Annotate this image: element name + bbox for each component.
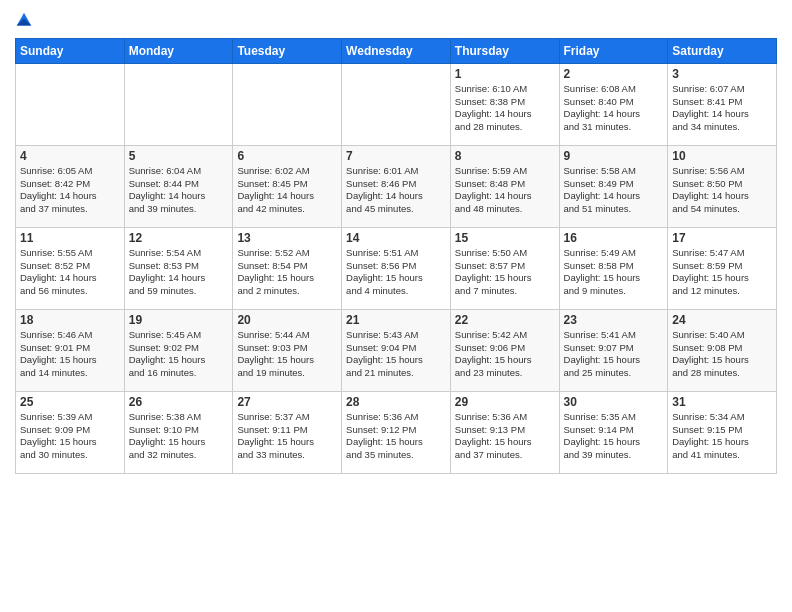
day-info: Sunrise: 5:56 AM Sunset: 8:50 PM Dayligh… [672, 165, 772, 216]
calendar-cell: 15Sunrise: 5:50 AM Sunset: 8:57 PM Dayli… [450, 227, 559, 309]
calendar-header-monday: Monday [124, 38, 233, 63]
calendar-header-sunday: Sunday [16, 38, 125, 63]
calendar-cell [16, 63, 125, 145]
day-info: Sunrise: 5:37 AM Sunset: 9:11 PM Dayligh… [237, 411, 337, 462]
day-info: Sunrise: 5:54 AM Sunset: 8:53 PM Dayligh… [129, 247, 229, 298]
day-info: Sunrise: 5:41 AM Sunset: 9:07 PM Dayligh… [564, 329, 664, 380]
calendar-cell: 28Sunrise: 5:36 AM Sunset: 9:12 PM Dayli… [342, 391, 451, 473]
day-number: 18 [20, 313, 120, 327]
day-info: Sunrise: 5:58 AM Sunset: 8:49 PM Dayligh… [564, 165, 664, 216]
day-info: Sunrise: 5:55 AM Sunset: 8:52 PM Dayligh… [20, 247, 120, 298]
calendar-cell: 22Sunrise: 5:42 AM Sunset: 9:06 PM Dayli… [450, 309, 559, 391]
calendar-cell: 30Sunrise: 5:35 AM Sunset: 9:14 PM Dayli… [559, 391, 668, 473]
day-number: 12 [129, 231, 229, 245]
day-info: Sunrise: 5:49 AM Sunset: 8:58 PM Dayligh… [564, 247, 664, 298]
day-info: Sunrise: 5:50 AM Sunset: 8:57 PM Dayligh… [455, 247, 555, 298]
day-number: 7 [346, 149, 446, 163]
calendar-cell: 23Sunrise: 5:41 AM Sunset: 9:07 PM Dayli… [559, 309, 668, 391]
calendar-cell: 3Sunrise: 6:07 AM Sunset: 8:41 PM Daylig… [668, 63, 777, 145]
calendar-cell: 19Sunrise: 5:45 AM Sunset: 9:02 PM Dayli… [124, 309, 233, 391]
day-number: 10 [672, 149, 772, 163]
calendar-cell: 9Sunrise: 5:58 AM Sunset: 8:49 PM Daylig… [559, 145, 668, 227]
calendar-week-4: 18Sunrise: 5:46 AM Sunset: 9:01 PM Dayli… [16, 309, 777, 391]
day-number: 15 [455, 231, 555, 245]
day-info: Sunrise: 5:39 AM Sunset: 9:09 PM Dayligh… [20, 411, 120, 462]
day-number: 20 [237, 313, 337, 327]
calendar-header-thursday: Thursday [450, 38, 559, 63]
calendar-cell: 25Sunrise: 5:39 AM Sunset: 9:09 PM Dayli… [16, 391, 125, 473]
calendar-week-3: 11Sunrise: 5:55 AM Sunset: 8:52 PM Dayli… [16, 227, 777, 309]
day-number: 23 [564, 313, 664, 327]
day-number: 9 [564, 149, 664, 163]
day-number: 30 [564, 395, 664, 409]
day-info: Sunrise: 5:59 AM Sunset: 8:48 PM Dayligh… [455, 165, 555, 216]
calendar-cell: 24Sunrise: 5:40 AM Sunset: 9:08 PM Dayli… [668, 309, 777, 391]
day-number: 25 [20, 395, 120, 409]
calendar-cell: 7Sunrise: 6:01 AM Sunset: 8:46 PM Daylig… [342, 145, 451, 227]
day-info: Sunrise: 6:04 AM Sunset: 8:44 PM Dayligh… [129, 165, 229, 216]
calendar-header-row: SundayMondayTuesdayWednesdayThursdayFrid… [16, 38, 777, 63]
calendar-cell: 26Sunrise: 5:38 AM Sunset: 9:10 PM Dayli… [124, 391, 233, 473]
calendar-cell: 21Sunrise: 5:43 AM Sunset: 9:04 PM Dayli… [342, 309, 451, 391]
day-info: Sunrise: 5:43 AM Sunset: 9:04 PM Dayligh… [346, 329, 446, 380]
calendar-cell: 27Sunrise: 5:37 AM Sunset: 9:11 PM Dayli… [233, 391, 342, 473]
day-info: Sunrise: 5:34 AM Sunset: 9:15 PM Dayligh… [672, 411, 772, 462]
day-info: Sunrise: 5:36 AM Sunset: 9:12 PM Dayligh… [346, 411, 446, 462]
day-number: 5 [129, 149, 229, 163]
day-number: 19 [129, 313, 229, 327]
calendar-cell: 4Sunrise: 6:05 AM Sunset: 8:42 PM Daylig… [16, 145, 125, 227]
day-info: Sunrise: 5:35 AM Sunset: 9:14 PM Dayligh… [564, 411, 664, 462]
calendar-cell: 10Sunrise: 5:56 AM Sunset: 8:50 PM Dayli… [668, 145, 777, 227]
day-number: 11 [20, 231, 120, 245]
calendar-header-tuesday: Tuesday [233, 38, 342, 63]
day-info: Sunrise: 5:51 AM Sunset: 8:56 PM Dayligh… [346, 247, 446, 298]
calendar-week-2: 4Sunrise: 6:05 AM Sunset: 8:42 PM Daylig… [16, 145, 777, 227]
header [15, 10, 777, 30]
calendar-cell: 16Sunrise: 5:49 AM Sunset: 8:58 PM Dayli… [559, 227, 668, 309]
day-number: 21 [346, 313, 446, 327]
day-info: Sunrise: 6:07 AM Sunset: 8:41 PM Dayligh… [672, 83, 772, 134]
day-number: 22 [455, 313, 555, 327]
calendar-cell: 11Sunrise: 5:55 AM Sunset: 8:52 PM Dayli… [16, 227, 125, 309]
day-number: 17 [672, 231, 772, 245]
calendar-week-1: 1Sunrise: 6:10 AM Sunset: 8:38 PM Daylig… [16, 63, 777, 145]
calendar-cell: 8Sunrise: 5:59 AM Sunset: 8:48 PM Daylig… [450, 145, 559, 227]
day-info: Sunrise: 5:42 AM Sunset: 9:06 PM Dayligh… [455, 329, 555, 380]
day-info: Sunrise: 6:10 AM Sunset: 8:38 PM Dayligh… [455, 83, 555, 134]
calendar-cell: 5Sunrise: 6:04 AM Sunset: 8:44 PM Daylig… [124, 145, 233, 227]
day-number: 16 [564, 231, 664, 245]
calendar-cell: 12Sunrise: 5:54 AM Sunset: 8:53 PM Dayli… [124, 227, 233, 309]
day-info: Sunrise: 5:44 AM Sunset: 9:03 PM Dayligh… [237, 329, 337, 380]
day-number: 31 [672, 395, 772, 409]
day-info: Sunrise: 6:05 AM Sunset: 8:42 PM Dayligh… [20, 165, 120, 216]
calendar-cell: 13Sunrise: 5:52 AM Sunset: 8:54 PM Dayli… [233, 227, 342, 309]
calendar-cell: 14Sunrise: 5:51 AM Sunset: 8:56 PM Dayli… [342, 227, 451, 309]
day-number: 3 [672, 67, 772, 81]
day-info: Sunrise: 6:08 AM Sunset: 8:40 PM Dayligh… [564, 83, 664, 134]
logo-icon [15, 11, 33, 29]
day-info: Sunrise: 5:38 AM Sunset: 9:10 PM Dayligh… [129, 411, 229, 462]
day-number: 26 [129, 395, 229, 409]
calendar-header-friday: Friday [559, 38, 668, 63]
calendar: SundayMondayTuesdayWednesdayThursdayFrid… [15, 38, 777, 474]
calendar-header-wednesday: Wednesday [342, 38, 451, 63]
day-number: 13 [237, 231, 337, 245]
logo [15, 10, 35, 30]
day-number: 14 [346, 231, 446, 245]
day-info: Sunrise: 5:40 AM Sunset: 9:08 PM Dayligh… [672, 329, 772, 380]
calendar-cell: 20Sunrise: 5:44 AM Sunset: 9:03 PM Dayli… [233, 309, 342, 391]
day-number: 6 [237, 149, 337, 163]
calendar-cell: 18Sunrise: 5:46 AM Sunset: 9:01 PM Dayli… [16, 309, 125, 391]
calendar-cell [342, 63, 451, 145]
day-info: Sunrise: 6:01 AM Sunset: 8:46 PM Dayligh… [346, 165, 446, 216]
calendar-cell: 31Sunrise: 5:34 AM Sunset: 9:15 PM Dayli… [668, 391, 777, 473]
day-number: 8 [455, 149, 555, 163]
day-info: Sunrise: 5:46 AM Sunset: 9:01 PM Dayligh… [20, 329, 120, 380]
page: SundayMondayTuesdayWednesdayThursdayFrid… [0, 0, 792, 612]
day-number: 1 [455, 67, 555, 81]
day-info: Sunrise: 5:52 AM Sunset: 8:54 PM Dayligh… [237, 247, 337, 298]
day-number: 29 [455, 395, 555, 409]
calendar-cell: 2Sunrise: 6:08 AM Sunset: 8:40 PM Daylig… [559, 63, 668, 145]
calendar-week-5: 25Sunrise: 5:39 AM Sunset: 9:09 PM Dayli… [16, 391, 777, 473]
day-number: 4 [20, 149, 120, 163]
